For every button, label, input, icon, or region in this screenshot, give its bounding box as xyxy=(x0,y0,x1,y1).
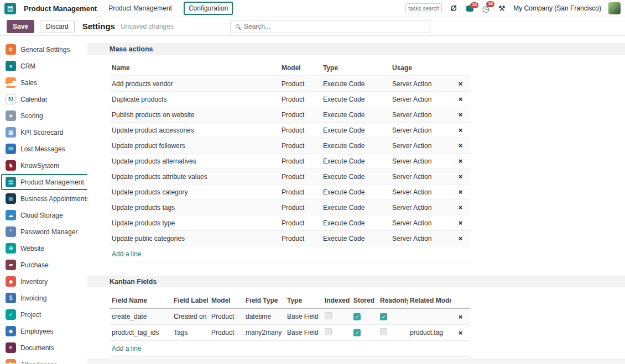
discard-button[interactable]: Discard xyxy=(40,20,75,33)
sidebar-item-label: Project xyxy=(20,311,41,319)
main-layout: ⚙General Settings♦CRM▂▄▆Sales31Calendar★… xyxy=(0,36,625,363)
sidebar-item-label: Invoicing xyxy=(20,294,46,302)
stored-checkbox[interactable]: ✓ xyxy=(353,329,361,336)
delete-row-button[interactable]: × xyxy=(459,219,463,227)
stored-checkbox[interactable]: ✓ xyxy=(353,313,361,320)
header-row: Field NameField LabelModelField TypeType… xyxy=(110,292,470,309)
sidebar-item-attendances[interactable]: ⚑Attendances xyxy=(1,356,62,363)
activities-icon[interactable]: ◷ 16 xyxy=(481,4,490,13)
table-row[interactable]: create_dateCreated onProductdatetimeBase… xyxy=(110,309,470,325)
sidebar-item-product-management[interactable]: ▤Product Management xyxy=(1,174,87,190)
sidebar-item-invoicing[interactable]: $Invoicing xyxy=(1,290,51,306)
delete-row-button[interactable]: × xyxy=(459,141,463,150)
sidebar-item-label: KnowSystem xyxy=(20,162,59,170)
table-row[interactable]: Update products typeProductExecute CodeS… xyxy=(110,215,470,231)
navbar-left: ▤ Product Management Product Management … xyxy=(4,2,233,15)
table-row[interactable]: product_tag_idsTagsProductmany2manyBase … xyxy=(110,325,470,341)
debug-icon[interactable]: Ø xyxy=(449,4,458,13)
readonly-checkbox[interactable] xyxy=(380,328,387,335)
envelope-icon: ✉ xyxy=(6,144,16,154)
sidebar-item-calendar[interactable]: 31Calendar xyxy=(1,91,52,107)
column-header: Readonly xyxy=(378,292,408,309)
delete-row-button[interactable]: × xyxy=(459,203,463,212)
table-row[interactable]: Update product accessoriesProductExecute… xyxy=(110,123,470,138)
menu-configuration[interactable]: Configuration xyxy=(184,2,233,15)
cell: Server Action xyxy=(390,231,451,246)
search-box[interactable] xyxy=(230,20,430,33)
table-row[interactable]: Update public categoriesProductExecute C… xyxy=(110,231,470,246)
table-row[interactable]: Update products attribute valuesProductE… xyxy=(110,169,470,184)
delete-row-button[interactable]: × xyxy=(459,329,463,337)
app-title[interactable]: Product Management xyxy=(24,4,97,13)
delete-row-button[interactable]: × xyxy=(459,313,463,321)
sidebar-item-purchase[interactable]: ▰Purchase xyxy=(1,257,53,273)
search-input[interactable] xyxy=(244,23,425,30)
delete-row-button[interactable]: × xyxy=(459,80,463,88)
messages-icon[interactable]: 10 xyxy=(465,6,474,12)
cell: Created on xyxy=(171,309,209,325)
sidebar-item-knowsystem[interactable]: ♞KnowSystem xyxy=(1,157,64,173)
column-header: Related Model xyxy=(408,292,451,309)
menu-product-management[interactable]: Product Management xyxy=(105,3,176,14)
table-row[interactable]: Duplicate productsProductExecute CodeSer… xyxy=(110,92,470,107)
delete-row-button[interactable]: × xyxy=(459,110,463,119)
cell: Update products type xyxy=(110,215,279,231)
wrench-icon[interactable]: ⚒ xyxy=(497,4,506,13)
table-row[interactable]: Update products alternativesProductExecu… xyxy=(110,154,470,169)
employees-icon: ☻ xyxy=(6,326,16,336)
table-row[interactable]: Add products vendorProductExecute CodeSe… xyxy=(110,76,470,92)
sidebar-item-cloud-storage[interactable]: ☁Cloud Storage xyxy=(1,207,67,223)
appointments-icon: ◎ xyxy=(6,193,16,204)
sidebar-item-crm[interactable]: ♦CRM xyxy=(1,58,40,74)
delete-row-button[interactable]: × xyxy=(459,234,463,242)
cell: Product xyxy=(209,309,243,325)
delete-row-button[interactable]: × xyxy=(459,126,463,134)
cell: Update products category xyxy=(110,184,279,200)
sidebar-item-sales[interactable]: ▂▄▆Sales xyxy=(1,75,41,91)
readonly-checkbox[interactable]: ✓ xyxy=(380,313,387,320)
settings-content: Mass actions NameModelTypeUsage Add prod… xyxy=(87,36,625,363)
sidebar-item-business-appointments[interactable]: ◎Business Appointments xyxy=(1,191,87,207)
tasks-search-input[interactable] xyxy=(405,3,442,13)
sidebar-item-password-manager[interactable]: *Password Manager xyxy=(1,224,82,240)
sidebar-item-inventory[interactable]: ◆Inventory xyxy=(1,273,52,289)
company-name[interactable]: My Company (San Francisco) xyxy=(513,4,601,12)
section-title: Kanban Fields xyxy=(110,278,157,286)
delete-row-button[interactable]: × xyxy=(459,188,463,196)
sidebar-item-label: Cloud Storage xyxy=(20,212,63,219)
table-row[interactable]: Update products tagsProductExecute CodeS… xyxy=(110,200,470,215)
mass-actions-add-line-link[interactable]: Add a line xyxy=(112,250,141,258)
avatar[interactable] xyxy=(608,2,621,14)
sidebar-item-documents[interactable]: ≡Documents xyxy=(1,340,59,356)
delete-row-button[interactable]: × xyxy=(459,95,463,103)
cell: Update product followers xyxy=(110,138,279,154)
table-row[interactable]: Publish products on websiteProductExecut… xyxy=(110,107,470,123)
column-header: Field Label xyxy=(171,292,209,309)
kanban-fields-table-body: create_dateCreated onProductdatetimeBase… xyxy=(110,309,470,341)
attendances-icon: ⚑ xyxy=(6,359,16,363)
control-panel: Save Discard Settings Unsaved changes xyxy=(0,17,625,36)
sidebar-item-general-settings[interactable]: ⚙General Settings xyxy=(1,41,74,57)
app-menu-icon[interactable]: ▤ xyxy=(4,3,16,14)
sidebar-item-lost-messages[interactable]: ✉Lost Messages xyxy=(1,141,70,157)
indexed-checkbox[interactable] xyxy=(325,312,332,319)
sidebar-item-kpi-scorecard[interactable]: ▦KPI Scorecard xyxy=(1,124,67,140)
messages-badge: 10 xyxy=(470,2,478,8)
sidebar-item-label: Password Manager xyxy=(20,228,77,236)
save-button[interactable]: Save xyxy=(7,20,34,33)
indexed-checkbox[interactable] xyxy=(325,328,332,335)
kanban-fields-add-line-link[interactable]: Add a line xyxy=(112,345,141,352)
delete-row-button[interactable]: × xyxy=(459,157,463,165)
sidebar-item-website[interactable]: ⊕Website xyxy=(1,240,49,256)
project-icon: ✓ xyxy=(6,309,16,320)
cell: Update public categories xyxy=(110,231,279,246)
table-row[interactable]: Update product followersProductExecute C… xyxy=(110,138,470,154)
sidebar-item-label: Lost Messages xyxy=(20,145,65,153)
table-row[interactable]: Update products categoryProductExecute C… xyxy=(110,184,470,200)
settings-sidebar: ⚙General Settings♦CRM▂▄▆Sales31Calendar★… xyxy=(0,36,87,363)
delete-row-button[interactable]: × xyxy=(459,172,463,181)
sidebar-item-project[interactable]: ✓Project xyxy=(1,307,45,323)
column-header: Model xyxy=(209,292,243,309)
sidebar-item-employees[interactable]: ☻Employees xyxy=(1,323,58,339)
sidebar-item-scoring[interactable]: ★Scoring xyxy=(1,108,48,124)
